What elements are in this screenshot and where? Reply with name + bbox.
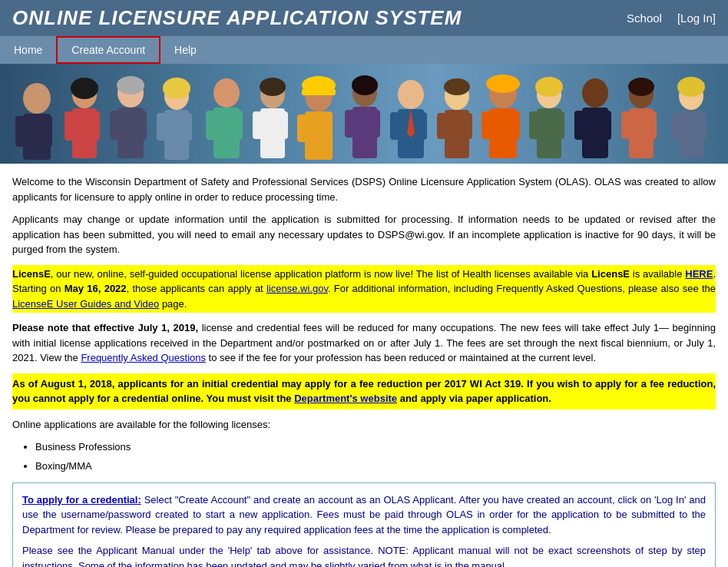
svg-point-19 [163,78,190,99]
main-content: Welcome to the Wisconsin Department of S… [0,164,728,567]
svg-point-40 [398,80,424,109]
info-box-para1: To apply for a credential: Select "Creat… [22,492,706,538]
svg-rect-26 [253,111,262,139]
faq-link[interactable]: Frequently Asked Questions [81,352,206,363]
svg-rect-7 [65,111,74,141]
svg-point-14 [117,76,144,94]
svg-rect-63 [602,111,611,140]
info-box-para2: Please see the Applicant Manual under th… [22,543,706,567]
license-e-bold1: LicensE [12,268,51,280]
svg-rect-4 [41,116,52,147]
svg-rect-27 [279,111,288,139]
svg-rect-38 [371,110,380,138]
apply-credential-link[interactable]: To apply for a credential: [22,494,141,506]
license-notice-text4: , those applicants can apply at [127,283,266,294]
list-item-business-label: Business Professions [35,441,131,453]
svg-rect-32 [323,114,333,142]
may-date: May 16, 2022 [65,283,127,294]
nav-create-account-label: Create Account [71,44,145,56]
svg-point-28 [260,78,286,96]
svg-rect-43 [418,112,427,140]
license-guides-link[interactable]: LicenseE User Guides and Video [12,298,159,310]
svg-rect-31 [297,114,306,142]
svg-point-49 [444,78,470,95]
available-licenses-intro: Online applications are available for th… [12,417,716,433]
list-item-business: Business Professions [35,439,716,456]
intro-para1: Welcome to the Wisconsin Department of S… [12,174,716,204]
nav-home-label: Home [14,44,42,56]
license-notice: LicensE, our new, online, self-guided oc… [12,265,716,313]
svg-point-54 [486,75,520,93]
svg-rect-53 [511,111,520,139]
login-link[interactable]: [Log In] [677,12,716,25]
svg-point-68 [628,78,654,96]
svg-rect-13 [137,111,147,140]
license-notice-text5: . For additional information, including … [328,283,716,294]
navbar: Home Create Account Help [0,36,728,64]
fee-reduction-notice: As of August 1, 2018, applicants for an … [12,373,716,410]
svg-rect-37 [345,110,354,138]
intro-para2: Applicants may change or update informat… [12,212,716,257]
svg-rect-22 [206,111,215,140]
nav-help-label: Help [174,44,197,56]
header-right: School [Log In] [627,12,716,25]
license-e-bold2: LicensE [591,268,630,280]
fee-notice-text2: to see if the fee for your profession ha… [206,352,596,363]
list-item-boxing-label: Boxing/MMA [35,460,92,472]
svg-point-1 [23,83,51,114]
svg-point-9 [71,78,98,99]
svg-point-73 [677,77,705,97]
licenses-list: Business Professions Boxing/MMA [35,439,716,475]
app-title: Online Licensure Application System [12,6,462,30]
svg-point-59 [535,77,563,97]
svg-rect-57 [529,111,538,139]
svg-point-20 [213,78,240,108]
fee-reduction-text2: and apply via paper application. [397,393,551,404]
fee-notice-para: Please note that effective July 1, 2019,… [12,320,716,366]
svg-rect-3 [15,116,26,147]
license-notice-text2: is available [630,268,685,280]
license-wi-link[interactable]: license.wi.gov [266,283,328,294]
nav-create-account[interactable]: Create Account [56,36,160,64]
svg-rect-48 [463,113,472,139]
svg-rect-71 [671,113,680,139]
svg-rect-62 [574,111,584,140]
license-notice-text6: page. [159,298,187,310]
nav-help[interactable]: Help [160,36,210,64]
svg-point-60 [582,78,608,108]
page-header: Online Licensure Application System Scho… [0,0,728,36]
fee-notice-bold: Please note that effective July 1, 2019, [12,322,198,333]
here-link[interactable]: HERE [685,268,713,280]
svg-rect-34 [302,89,336,95]
svg-rect-17 [157,113,166,141]
svg-rect-58 [555,111,564,139]
svg-rect-8 [91,111,100,141]
list-item-boxing: Boxing/MMA [35,459,716,475]
svg-rect-12 [110,111,119,140]
svg-rect-72 [697,113,706,139]
svg-rect-67 [647,111,657,139]
svg-rect-42 [390,112,399,140]
nav-home[interactable]: Home [0,36,56,64]
svg-point-39 [352,75,378,95]
svg-rect-52 [481,111,491,139]
svg-rect-23 [233,111,243,140]
info-box: To apply for a credential: Select "Creat… [12,482,716,567]
svg-rect-66 [621,111,630,139]
svg-rect-18 [183,113,192,141]
svg-rect-47 [437,113,446,139]
dept-website-link[interactable]: Department's website [294,393,397,404]
license-notice-text1: , our new, online, self-guided occupatio… [51,268,591,280]
hero-banner [0,64,728,164]
header-school: School [627,12,662,25]
